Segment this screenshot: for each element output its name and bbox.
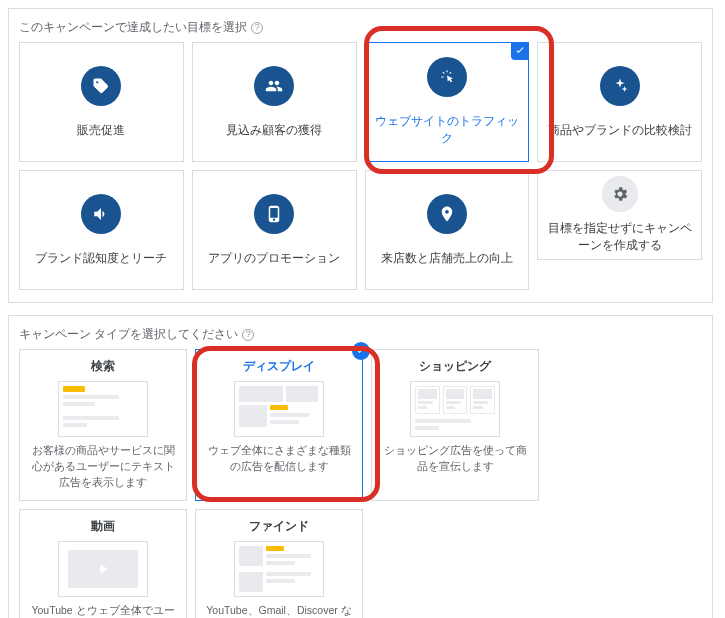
type-desc: お客様の商品やサービスに関心があるユーザーにテキスト広告を表示します <box>28 443 178 490</box>
goal-label: 来店数と店舗売上の向上 <box>373 250 521 267</box>
goal-card-awareness[interactable]: ブランド認知度とリーチ <box>19 170 184 290</box>
goal-heading-text: このキャンペーンで達成したい目標を選択 <box>19 19 247 36</box>
goal-card-store[interactable]: 来店数と店舗売上の向上 <box>365 170 530 290</box>
goal-label: 目標を指定せずにキャンペーンを作成する <box>538 220 701 254</box>
phone-icon <box>254 194 294 234</box>
goal-card-consideration[interactable]: 商品やブランドの比較検討 <box>537 42 702 162</box>
thumb-shopping <box>410 381 500 437</box>
help-icon[interactable]: ? <box>242 329 254 341</box>
type-card-display[interactable]: ディスプレイ ウェブ全体にさまざまな種類 <box>195 349 363 501</box>
type-desc: YouTube とウェブ全体でユーザーにリーチします <box>28 603 178 618</box>
type-title: 検索 <box>91 358 115 375</box>
type-title: ショッピング <box>419 358 491 375</box>
check-icon <box>352 342 370 360</box>
goal-label: アプリのプロモーション <box>200 250 348 267</box>
goal-card-app[interactable]: アプリのプロモーション <box>192 170 357 290</box>
goal-card-leads[interactable]: 見込み顧客の獲得 <box>192 42 357 162</box>
type-card-shopping[interactable]: ショッピング <box>371 349 539 501</box>
type-grid: 検索 お客様の商品やサービスに関心があるユーザーにテキスト広告を表示します ディ… <box>19 349 702 618</box>
type-desc: ウェブ全体にさまざまな種類の広告を配信します <box>204 443 354 475</box>
check-icon <box>511 42 529 60</box>
goal-label: 商品やブランドの比較検討 <box>540 122 700 139</box>
gear-icon <box>602 176 638 212</box>
goal-grid: 販売促進 見込み顧客の獲得 ウェブサイトのトラフィック <box>19 42 702 290</box>
goal-heading: このキャンペーンで達成したい目標を選択 ? <box>19 19 702 36</box>
goal-panel: このキャンペーンで達成したい目標を選択 ? 販売促進 見込み顧客の獲得 <box>8 8 713 303</box>
type-desc: YouTube、Gmail、Discover などで広告を配信します <box>204 603 354 618</box>
goal-label: ブランド認知度とリーチ <box>27 250 175 267</box>
thumb-search <box>58 381 148 437</box>
goal-card-nogoal[interactable]: 目標を指定せずにキャンペーンを作成する <box>537 170 702 260</box>
goal-label: 見込み顧客の獲得 <box>218 122 330 139</box>
goal-label: 販売促進 <box>69 122 133 139</box>
type-title: ファインド <box>249 518 309 535</box>
thumb-video <box>58 541 148 597</box>
type-title: 動画 <box>91 518 115 535</box>
thumb-display <box>234 381 324 437</box>
type-card-discovery[interactable]: ファインド <box>195 509 363 618</box>
pin-icon <box>427 194 467 234</box>
campaign-setup-container: このキャンペーンで達成したい目標を選択 ? 販売促進 見込み顧客の獲得 <box>8 8 713 618</box>
people-icon <box>254 66 294 106</box>
megaphone-icon <box>81 194 121 234</box>
goal-card-traffic[interactable]: ウェブサイトのトラフィック <box>365 42 530 162</box>
goal-card-sales[interactable]: 販売促進 <box>19 42 184 162</box>
type-card-video[interactable]: 動画 YouTube とウェブ全体でユーザーにリーチします <box>19 509 187 618</box>
click-icon <box>427 57 467 97</box>
type-desc: ショッピング広告を使って商品を宣伝します <box>380 443 530 475</box>
goal-label: ウェブサイトのトラフィック <box>366 113 529 147</box>
type-heading-text: キャンペーン タイプを選択してください <box>19 326 238 343</box>
thumb-discovery <box>234 541 324 597</box>
help-icon[interactable]: ? <box>251 22 263 34</box>
sparkle-icon <box>600 66 640 106</box>
type-title: ディスプレイ <box>243 358 315 375</box>
type-heading: キャンペーン タイプを選択してください ? <box>19 326 702 343</box>
tag-icon <box>81 66 121 106</box>
type-panel: キャンペーン タイプを選択してください ? 検索 お客様の商品やサービスに関心が… <box>8 315 713 618</box>
type-card-search[interactable]: 検索 お客様の商品やサービスに関心があるユーザーにテキスト広告を表示します <box>19 349 187 501</box>
